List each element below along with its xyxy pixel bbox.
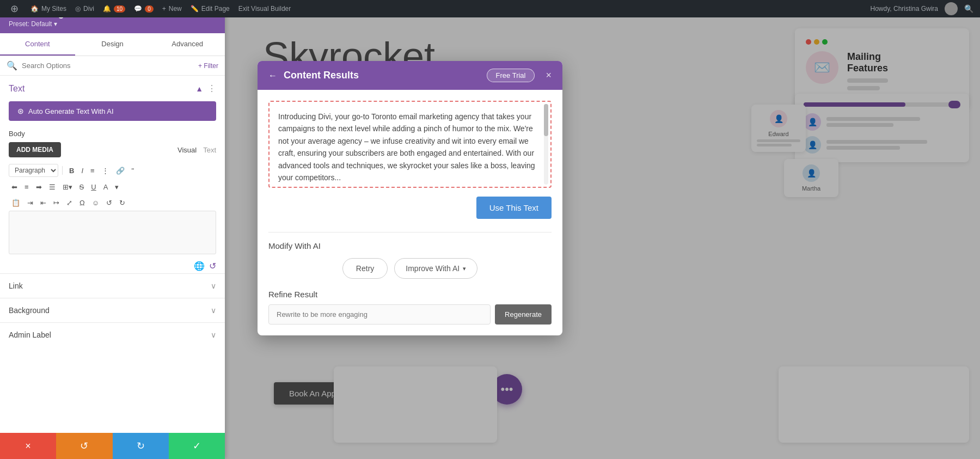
text-color-button[interactable]: A (101, 181, 111, 193)
pencil-icon: ✏️ (191, 5, 199, 13)
table-button[interactable]: ⊞▾ (60, 181, 75, 193)
regenerate-label: Regenerate (505, 310, 542, 319)
wordpress-icon: ⊕ (10, 3, 19, 15)
improve-with-ai-button[interactable]: Improve With AI ▾ (394, 258, 477, 279)
paste-text-button[interactable]: 📋 (9, 197, 23, 209)
filter-button[interactable]: + Filter (198, 62, 218, 70)
modify-section-title: Modify With AI (268, 241, 552, 250)
blockquote-button[interactable]: " (129, 165, 137, 176)
comments[interactable]: 💬 0 (134, 5, 154, 13)
free-trial-badge[interactable]: Free Trial (487, 69, 535, 82)
bold-button[interactable]: B (66, 165, 77, 176)
paragraph-select[interactable]: Paragraph Heading 1 Heading 2 (9, 164, 58, 177)
new-button[interactable]: + New (162, 5, 182, 13)
strikethrough-button[interactable]: S (77, 181, 87, 193)
mysites-label: My Sites (41, 5, 66, 13)
tab-advanced[interactable]: Advanced (150, 33, 225, 56)
link-section[interactable]: Link ∨ (0, 273, 225, 298)
align-right-button[interactable]: ➡ (33, 181, 45, 193)
editor-area[interactable] (9, 211, 216, 254)
undo-button[interactable]: ↺ (56, 433, 112, 459)
panel-subtitle[interactable]: Preset: Default ▾ (9, 20, 182, 28)
bottom-bar: × ↺ ↻ ✓ (0, 433, 225, 459)
body-section: Body ADD MEDIA Visual Text Paragraph Hea… (0, 125, 225, 273)
visual-tab[interactable]: Visual (177, 146, 197, 154)
unordered-list-button[interactable]: ≡ (88, 165, 97, 176)
section-collapse-arrow[interactable]: ▲ (195, 84, 203, 93)
indent-button[interactable]: ⇥ (24, 197, 36, 209)
globe-icon[interactable]: 🌐 (194, 261, 205, 271)
tab-content[interactable]: Content (0, 33, 75, 56)
underline-button[interactable]: U (88, 181, 99, 193)
link-button[interactable]: 🔗 (113, 165, 127, 176)
toolbar-row-1: Paragraph Heading 1 Heading 2 B I ≡ ⋮ 🔗 … (9, 162, 216, 179)
align-justify-button[interactable]: ☰ (46, 181, 58, 193)
body-label: Body (9, 130, 216, 138)
ai-generate-button[interactable]: ⊛ Auto Generate Text With AI (9, 101, 216, 121)
fullscreen-button[interactable]: ⤢ (64, 197, 75, 209)
special-char-button[interactable]: Ω (77, 197, 88, 209)
result-scrollbar[interactable] (544, 104, 548, 185)
divi-label: Divi (83, 5, 94, 13)
indent-right-button[interactable]: ↦ (51, 197, 62, 209)
admin-label-section[interactable]: Admin Label ∨ (0, 322, 225, 347)
save-button[interactable]: ✓ (169, 433, 225, 459)
italic-button[interactable]: I (78, 165, 86, 176)
notif-count: 10 (114, 5, 125, 13)
refine-title: Refine Result (268, 290, 552, 299)
ai-button-label: Auto Generate Text With AI (28, 107, 114, 115)
text-section-header: Text ▲ ⋮ (0, 76, 225, 97)
redo-button[interactable]: ↻ (113, 433, 169, 459)
search-input[interactable] (22, 62, 194, 70)
exit-builder-button[interactable]: Exit Visual Builder (238, 5, 291, 13)
result-text: Introducing Divi, your go-to Toronto ema… (278, 112, 535, 182)
wp-logo[interactable]: ⊕ (7, 1, 22, 16)
content-results-modal: ← Content Results Free Trial × Introduci… (258, 61, 562, 335)
edit-page-button[interactable]: ✏️ Edit Page (191, 5, 230, 13)
retry-label: Retry (356, 264, 374, 273)
align-center-button[interactable]: ≡ (22, 181, 32, 193)
modal-body: Introducing Divi, your go-to Toronto ema… (258, 90, 562, 335)
cancel-button[interactable]: × (0, 433, 56, 459)
editor-footer: 🌐 ↺ (9, 259, 216, 273)
modal-close-button[interactable]: × (546, 70, 552, 81)
refresh-icon[interactable]: ↺ (209, 261, 216, 271)
section-more-icon[interactable]: ⋮ (207, 83, 216, 94)
editor-header: ADD MEDIA Visual Text (9, 142, 216, 157)
new-label: New (169, 5, 182, 13)
modal-back-button[interactable]: ← (268, 71, 277, 81)
outdent-button[interactable]: ⇤ (38, 197, 49, 209)
modify-actions: Retry Improve With AI ▾ (268, 258, 552, 279)
undo-editor-button[interactable]: ↺ (103, 197, 115, 209)
background-section[interactable]: Background ∨ (0, 298, 225, 322)
panel-tabs: Content Design Advanced (0, 33, 225, 56)
save-icon: ✓ (193, 440, 201, 452)
divi-menu[interactable]: ◎ Divi (75, 5, 94, 13)
text-tab[interactable]: Text (203, 146, 216, 154)
redo-editor-button[interactable]: ↻ (117, 197, 128, 209)
text-section-title: Text (9, 84, 24, 94)
ordered-list-button[interactable]: ⋮ (99, 165, 112, 176)
divi-icon: ◎ (75, 5, 81, 13)
add-media-button[interactable]: ADD MEDIA (9, 142, 61, 157)
refine-input[interactable] (268, 304, 491, 325)
comment-count: 0 (145, 5, 154, 13)
mysites-menu[interactable]: 🏠 My Sites (30, 5, 66, 13)
text-color-arrow[interactable]: ▾ (112, 181, 121, 193)
redo-icon: ↻ (137, 440, 145, 452)
emoji-button[interactable]: ☺ (89, 197, 102, 209)
use-this-text-button[interactable]: Use This Text (476, 197, 552, 219)
notifications[interactable]: 🔔 10 (103, 5, 125, 13)
user-avatar[interactable] (945, 2, 958, 15)
regenerate-button[interactable]: Regenerate (495, 304, 552, 325)
tab-design[interactable]: Design (75, 33, 150, 56)
align-left-button[interactable]: ⬅ (9, 181, 20, 193)
home-icon: 🏠 (30, 5, 39, 13)
search-icon[interactable]: 🔍 (964, 4, 973, 13)
admin-label-section-title: Admin Label (9, 331, 51, 339)
retry-button[interactable]: Retry (342, 258, 388, 279)
link-section-title: Link (9, 281, 23, 290)
toolbar-row-2: ⬅ ≡ ➡ ☰ ⊞▾ S U A ▾ (9, 179, 216, 195)
search-icon: 🔍 (7, 60, 17, 71)
toolbar-row-3: 📋 ⇥ ⇤ ↦ ⤢ Ω ☺ ↺ ↻ (9, 195, 216, 211)
